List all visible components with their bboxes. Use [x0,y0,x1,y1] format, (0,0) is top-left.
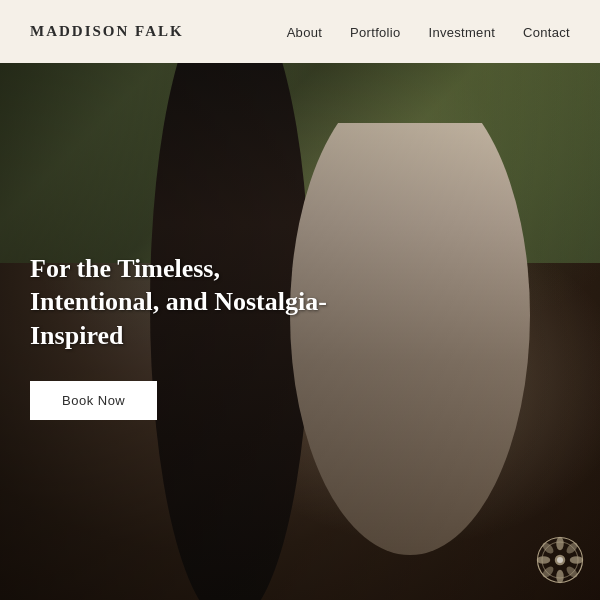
nav-about[interactable]: About [287,25,322,40]
brand-logo: MADDISON FALK [30,23,184,40]
nav-links: About Portfolio Investment Contact [287,23,570,41]
svg-point-6 [541,541,556,556]
nav-contact[interactable]: Contact [523,25,570,40]
hero-section: For the Timeless, Intentional, and Nosta… [0,63,600,600]
navbar: MADDISON FALK About Portfolio Investment… [0,0,600,63]
svg-point-4 [537,556,551,564]
hero-content: For the Timeless, Intentional, and Nosta… [30,252,340,420]
svg-point-11 [557,557,563,563]
floral-icon [530,530,590,590]
svg-point-7 [565,565,580,580]
svg-point-2 [556,537,564,551]
nav-investment[interactable]: Investment [429,25,496,40]
svg-point-8 [565,541,580,556]
nav-portfolio[interactable]: Portfolio [350,25,400,40]
floral-decoration [520,520,600,600]
hero-title: For the Timeless, Intentional, and Nosta… [30,252,340,353]
svg-point-3 [556,570,564,584]
svg-point-5 [570,556,584,564]
book-now-button[interactable]: Book Now [30,381,157,420]
svg-point-9 [541,565,556,580]
